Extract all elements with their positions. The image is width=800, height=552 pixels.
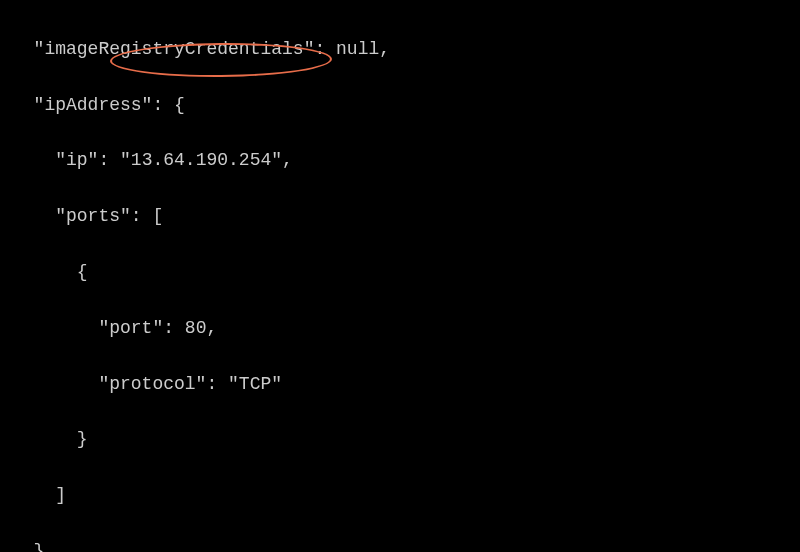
open-brace: { [174, 95, 185, 115]
open-brace: { [77, 262, 88, 282]
line-array-brace-close: } [12, 426, 788, 454]
colon: : [206, 374, 228, 394]
comma: , [206, 318, 217, 338]
close-bracket: ] [55, 485, 66, 505]
value-port: 80 [185, 318, 207, 338]
comma: , [379, 39, 390, 59]
value-imageRegistryCredentials: null [336, 39, 379, 59]
line-ports-close: ] [12, 482, 788, 510]
close-brace: } [77, 429, 88, 449]
line-ip: "ip": "13.64.190.254", [12, 147, 788, 175]
key-ports: "ports" [55, 206, 131, 226]
colon: : [152, 95, 174, 115]
key-ip: "ip" [55, 150, 98, 170]
line-ports-open: "ports": [ [12, 203, 788, 231]
colon: : [131, 206, 153, 226]
key-ipAddress: "ipAddress" [34, 95, 153, 115]
line-array-brace-open: { [12, 259, 788, 287]
json-output: "imageRegistryCredentials": null, "ipAdd… [12, 8, 788, 552]
close-brace: } [34, 541, 45, 552]
comma: , [44, 541, 55, 552]
open-bracket: [ [152, 206, 163, 226]
colon: : [163, 318, 185, 338]
value-protocol: "TCP" [228, 374, 282, 394]
line-imageRegistryCredentials: "imageRegistryCredentials": null, [12, 36, 788, 64]
line-port: "port": 80, [12, 315, 788, 343]
colon: : [314, 39, 336, 59]
line-ipAddress-close: }, [12, 538, 788, 552]
colon: : [98, 150, 120, 170]
key-imageRegistryCredentials: "imageRegistryCredentials" [34, 39, 315, 59]
key-port: "port" [98, 318, 163, 338]
line-ipAddress-open: "ipAddress": { [12, 92, 788, 120]
value-ip: "13.64.190.254" [120, 150, 282, 170]
line-protocol: "protocol": "TCP" [12, 371, 788, 399]
key-protocol: "protocol" [98, 374, 206, 394]
comma: , [282, 150, 293, 170]
